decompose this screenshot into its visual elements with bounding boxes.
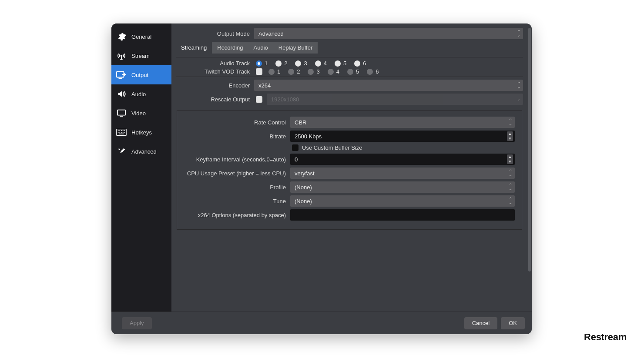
audio-track-2[interactable]: 2 [275,60,287,67]
rescale-label: Rescale Output [176,96,254,103]
audio-track-row: Audio Track 1 2 3 4 5 6 [176,60,523,67]
settings-window: General Stream Output Audio [111,23,532,334]
output-mode-value: Advanced [258,30,284,37]
stepper-icon[interactable]: ▲▼ [507,131,513,141]
profile-label: Profile [177,184,290,191]
output-mode-select[interactable]: Advanced ⌃⌄ [254,28,523,39]
cpu-preset-select[interactable]: veryfast ⌃⌄ [290,168,515,179]
rate-control-select[interactable]: CBR ⌃⌄ [290,117,515,128]
audio-track-1[interactable]: 1 [256,60,268,67]
antenna-icon [116,50,127,61]
cpu-preset-label: CPU Usage Preset (higher = less CPU) [177,170,290,177]
sidebar-item-output[interactable]: Output [111,65,171,84]
output-mode-row: Output Mode Advanced ⌃⌄ [176,28,523,39]
cancel-button[interactable]: Cancel [464,317,497,329]
content-scroll: Output Mode Advanced ⌃⌄ Streaming Record… [176,28,526,307]
vod-track-5[interactable]: 5 [347,68,359,75]
radio-dot-icon [354,60,360,67]
tune-select[interactable]: (None) ⌃⌄ [290,195,515,207]
x264opts-label: x264 Options (separated by space) [177,212,290,218]
custom-buffer-checkbox[interactable] [292,144,299,151]
output-mode-label: Output Mode [176,30,254,37]
bitrate-input[interactable]: 2500 Kbps ▲▼ [290,131,515,142]
radio-dot-icon [367,69,373,75]
x264opts-row: x264 Options (separated by space) [177,209,515,221]
radio-dot-icon [347,69,353,75]
vod-track-1[interactable]: 1 [268,68,280,75]
tune-label: Tune [177,198,290,204]
sidebar-item-audio[interactable]: Audio [111,84,171,104]
chevron-updown-icon: ⌃⌄ [517,82,520,89]
sidebar-item-advanced[interactable]: Advanced [111,142,171,161]
rescale-select[interactable]: 1920x1080 ⌄ [267,94,523,105]
scrollbar-thumb[interactable] [528,28,531,272]
chevron-updown-icon: ⌃⌄ [517,30,520,37]
vod-track-6[interactable]: 6 [367,68,379,75]
output-tabs: Streaming Recording Audio Replay Buffer [176,42,523,54]
tab-audio[interactable]: Audio [248,42,273,54]
encoder-label: Encoder [176,82,254,89]
ok-button[interactable]: OK [501,317,525,329]
radio-dot-icon [335,60,341,67]
audio-track-label: Audio Track [176,60,254,67]
custom-buffer-row: Use Custom Buffer Size [177,144,515,151]
chevron-updown-icon: ⌃⌄ [509,184,512,191]
sidebar-item-video[interactable]: Video [111,104,171,123]
radio-dot-icon [275,60,282,67]
rescale-row: Rescale Output 1920x1080 ⌄ [176,94,523,105]
audio-track-3[interactable]: 3 [295,60,307,67]
stepper-icon[interactable]: ▲▼ [507,154,513,164]
audio-track-6[interactable]: 6 [354,60,366,67]
audio-track-5[interactable]: 5 [335,60,346,67]
chevron-updown-icon: ⌃⌄ [509,170,512,177]
content-panel: Output Mode Advanced ⌃⌄ Streaming Record… [171,23,532,312]
divider [176,57,523,57]
keyframe-input[interactable]: 0 ▲▼ [290,154,515,165]
rescale-checkbox[interactable] [256,96,262,103]
chevron-updown-icon: ⌃⌄ [509,119,512,126]
keyboard-icon [116,127,127,138]
sidebar-item-label: Stream [131,53,150,59]
x264opts-input[interactable] [290,209,515,221]
cpu-preset-row: CPU Usage Preset (higher = less CPU) ver… [177,168,515,179]
sidebar: General Stream Output Audio [111,23,171,312]
bitrate-label: Bitrate [177,133,290,140]
sidebar-item-label: Video [131,110,146,117]
audio-track-4[interactable]: 4 [315,60,327,67]
twitch-vod-checkbox[interactable] [256,68,262,75]
keyframe-label: Keyframe Interval (seconds,0=auto) [177,156,290,163]
monitor-icon [116,107,127,119]
sidebar-item-label: Output [131,72,148,78]
content-scrollbar[interactable] [527,28,532,307]
sidebar-item-label: Audio [131,91,146,97]
vod-track-2[interactable]: 2 [288,68,300,75]
keyframe-row: Keyframe Interval (seconds,0=auto) 0 ▲▼ [177,154,515,165]
svg-rect-2 [117,110,125,115]
profile-select[interactable]: (None) ⌃⌄ [290,181,515,193]
profile-row: Profile (None) ⌃⌄ [177,181,515,193]
twitch-vod-row: Twitch VOD Track 1 2 3 4 5 6 [176,68,523,75]
tab-replay-buffer[interactable]: Replay Buffer [273,42,318,54]
encoder-row: Encoder x264 ⌃⌄ [176,80,523,91]
sidebar-item-label: Advanced [131,148,157,155]
sidebar-item-stream[interactable]: Stream [111,46,171,65]
apply-button[interactable]: Apply [122,317,152,329]
rate-control-label: Rate Control [177,119,290,126]
sidebar-item-hotkeys[interactable]: Hotkeys [111,123,171,142]
tune-row: Tune (None) ⌃⌄ [177,195,515,207]
sidebar-item-label: Hotkeys [131,129,152,136]
radio-dot-icon [315,60,321,67]
sidebar-item-label: General [131,34,151,40]
vod-track-4[interactable]: 4 [328,68,339,75]
main-area: General Stream Output Audio [111,23,532,312]
chevron-down-icon: ⌄ [517,97,520,101]
vod-track-3[interactable]: 3 [308,68,319,75]
encoder-select[interactable]: x264 ⌃⌄ [254,80,523,91]
tab-recording[interactable]: Recording [212,42,248,54]
tab-streaming[interactable]: Streaming [176,42,212,54]
sidebar-item-general[interactable]: General [111,27,171,46]
rate-control-row: Rate Control CBR ⌃⌄ [177,117,515,128]
radio-dot-icon [308,69,314,75]
speaker-icon [116,88,127,100]
output-icon [116,69,127,80]
